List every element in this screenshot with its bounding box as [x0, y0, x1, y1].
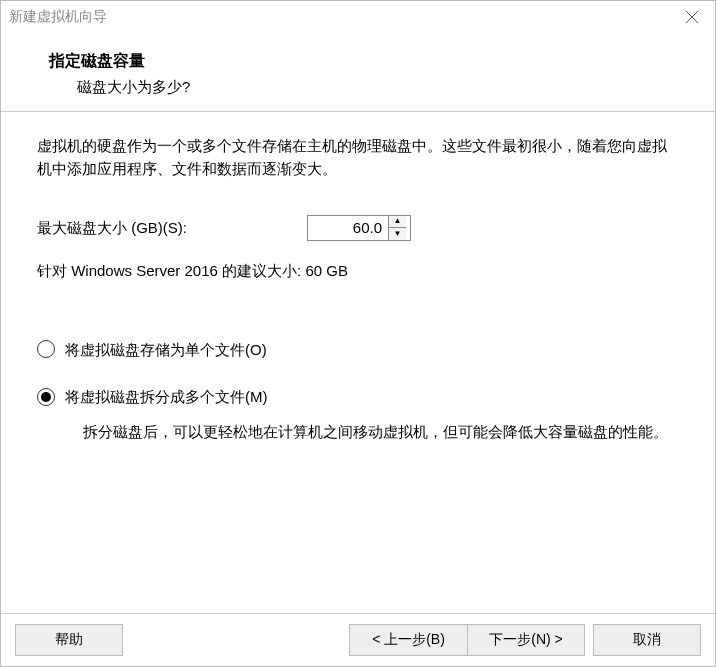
radio-icon	[37, 388, 55, 406]
suggested-size-text: 针对 Windows Server 2016 的建议大小: 60 GB	[37, 259, 679, 282]
spinner-up-button[interactable]: ▲	[389, 216, 406, 229]
radio-split-files-help: 拆分磁盘后，可以更轻松地在计算机之间移动虚拟机，但可能会降低大容量磁盘的性能。	[83, 420, 679, 443]
back-button[interactable]: < 上一步(B)	[349, 624, 467, 656]
description-text: 虚拟机的硬盘作为一个或多个文件存储在主机的物理磁盘中。这些文件最初很小，随着您向…	[37, 134, 679, 181]
disk-size-input[interactable]	[308, 216, 388, 240]
wizard-body: 虚拟机的硬盘作为一个或多个文件存储在主机的物理磁盘中。这些文件最初很小，随着您向…	[1, 112, 715, 613]
titlebar: 新建虚拟机向导	[1, 1, 715, 33]
disk-size-spinner: ▲ ▼	[307, 215, 411, 241]
radio-single-file-label: 将虚拟磁盘存储为单个文件(O)	[65, 338, 267, 361]
wizard-window: 新建虚拟机向导 指定磁盘容量 磁盘大小为多少? 虚拟机的硬盘作为一个或多个文件存…	[0, 0, 716, 667]
radio-single-file[interactable]: 将虚拟磁盘存储为单个文件(O)	[37, 338, 679, 361]
radio-split-files-label: 将虚拟磁盘拆分成多个文件(M)	[65, 385, 268, 408]
nav-button-pair: < 上一步(B) 下一步(N) >	[349, 624, 585, 656]
close-button[interactable]	[669, 1, 715, 33]
window-title: 新建虚拟机向导	[9, 8, 669, 26]
page-subtitle: 磁盘大小为多少?	[49, 78, 667, 97]
radio-split-files[interactable]: 将虚拟磁盘拆分成多个文件(M)	[37, 385, 679, 408]
close-icon	[686, 11, 698, 23]
wizard-footer: 帮助 < 上一步(B) 下一步(N) > 取消	[1, 613, 715, 666]
help-button[interactable]: 帮助	[15, 624, 123, 656]
disk-size-row: 最大磁盘大小 (GB)(S): ▲ ▼	[37, 215, 679, 241]
wizard-header: 指定磁盘容量 磁盘大小为多少?	[1, 33, 715, 111]
radio-icon	[37, 340, 55, 358]
cancel-button[interactable]: 取消	[593, 624, 701, 656]
next-button[interactable]: 下一步(N) >	[467, 624, 585, 656]
spinner-buttons: ▲ ▼	[388, 216, 406, 240]
disk-size-label: 最大磁盘大小 (GB)(S):	[37, 216, 307, 239]
page-title: 指定磁盘容量	[49, 51, 667, 72]
spinner-down-button[interactable]: ▼	[389, 228, 406, 240]
